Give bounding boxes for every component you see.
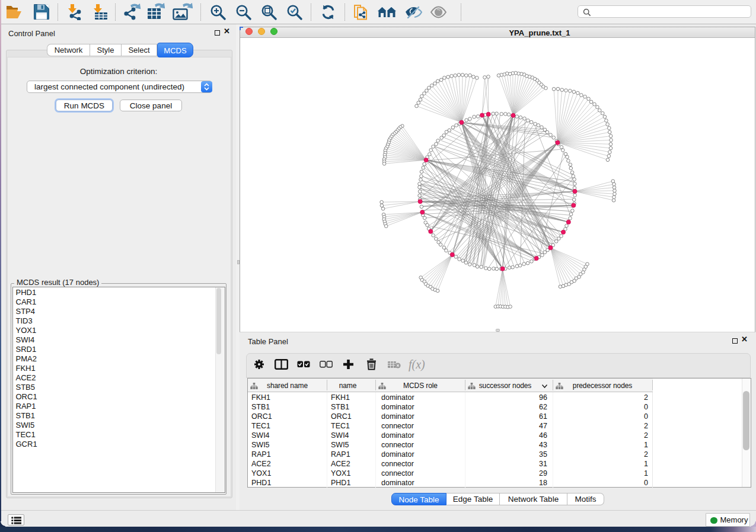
svg-text:f(x): f(x) (409, 358, 425, 371)
